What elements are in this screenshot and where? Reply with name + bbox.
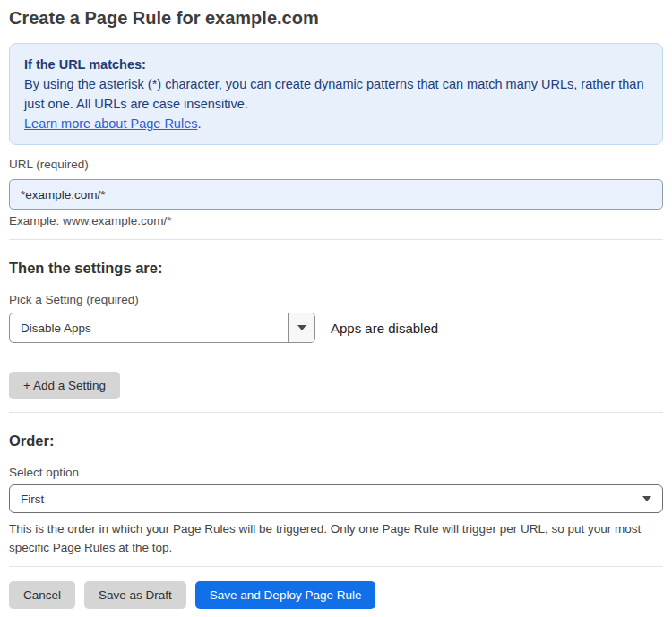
- order-description: This is the order in which your Page Rul…: [9, 519, 663, 557]
- learn-more-link[interactable]: Learn more about Page Rules: [24, 116, 197, 131]
- settings-section-heading: Then the settings are:: [9, 259, 663, 277]
- divider: [9, 566, 663, 567]
- pick-setting-label: Pick a Setting (required): [9, 293, 663, 307]
- footer-button-row: Cancel Save as Draft Save and Deploy Pag…: [9, 581, 663, 609]
- setting-status-text: Apps are disabled: [331, 321, 438, 336]
- url-input[interactable]: [9, 179, 663, 210]
- divider: [9, 412, 663, 413]
- info-box-body: By using the asterisk (*) character, you…: [24, 74, 648, 114]
- url-field-label: URL (required): [9, 158, 663, 172]
- save-deploy-button[interactable]: Save and Deploy Page Rule: [195, 581, 376, 609]
- setting-select-value: Disable Apps: [10, 313, 288, 342]
- setting-select-caret-button[interactable]: [288, 313, 314, 342]
- url-match-info-box: If the URL matches: By using the asteris…: [9, 43, 663, 145]
- link-suffix: .: [197, 116, 201, 131]
- divider: [9, 239, 663, 240]
- caret-down-icon: [642, 496, 651, 501]
- setting-select[interactable]: Disable Apps: [9, 313, 315, 343]
- caret-down-icon: [297, 325, 306, 330]
- order-select[interactable]: First: [9, 484, 663, 513]
- info-box-heading: If the URL matches:: [24, 55, 648, 74]
- cancel-button[interactable]: Cancel: [9, 581, 75, 609]
- save-draft-button[interactable]: Save as Draft: [84, 581, 186, 609]
- page-title: Create a Page Rule for example.com: [9, 7, 663, 29]
- info-box-link-line: Learn more about Page Rules.: [24, 114, 648, 133]
- order-select-label: Select option: [9, 466, 663, 480]
- order-select-value: First: [21, 493, 642, 506]
- add-setting-button[interactable]: + Add a Setting: [9, 372, 120, 399]
- url-example-hint: Example: www.example.com/*: [9, 214, 663, 228]
- setting-row: Disable Apps Apps are disabled: [9, 313, 663, 343]
- order-section-heading: Order:: [9, 432, 663, 450]
